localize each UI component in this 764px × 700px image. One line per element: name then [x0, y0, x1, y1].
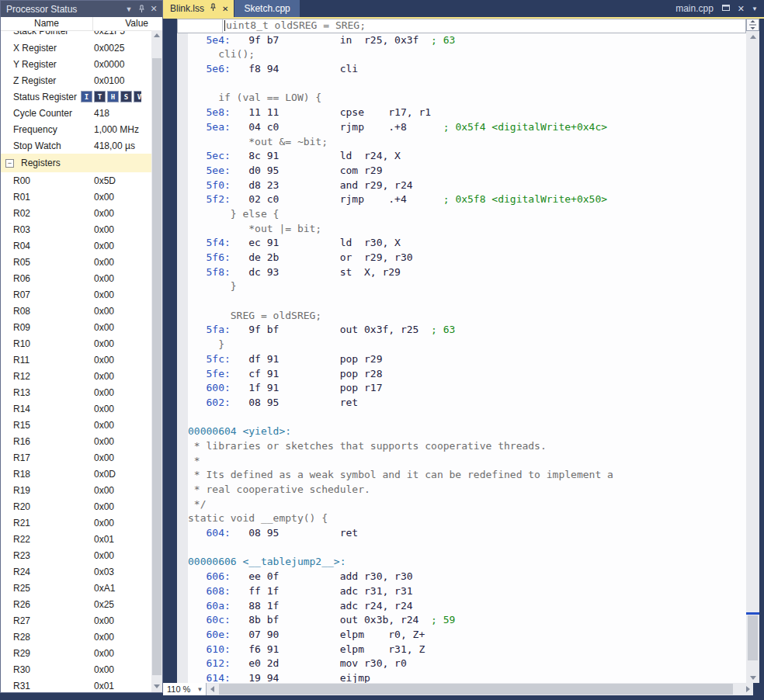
tab-list-chevron-icon[interactable]: ▼ — [752, 5, 758, 12]
tab-pin-icon[interactable] — [210, 3, 217, 14]
split-window-handle[interactable] — [746, 19, 759, 31]
code-line[interactable]: 60c: 8b bf out 0x3b, r24 ; 59 — [177, 613, 746, 628]
tab-close-icon[interactable]: ✕ — [222, 5, 228, 13]
tab-blink-lss[interactable]: Blink.lss ✕ — [163, 0, 234, 17]
code-line[interactable]: */ — [177, 497, 746, 512]
register-row[interactable]: R060x00 — [1, 270, 162, 286]
register-row[interactable]: R190x00 — [1, 482, 162, 498]
register-row[interactable]: R000x5D — [1, 172, 162, 189]
code-line[interactable] — [177, 77, 746, 92]
horizontal-scrollbar-thumb[interactable] — [219, 684, 733, 695]
status-register-row[interactable]: Status RegisterITHSV — [1, 88, 162, 105]
code-line[interactable]: 00000604 <yield>: — [177, 425, 746, 439]
scroll-up-icon[interactable] — [746, 35, 759, 39]
code-line[interactable] — [177, 411, 746, 425]
status-row[interactable]: Y Register0x0000 — [1, 56, 162, 72]
register-row[interactable]: R120x00 — [1, 368, 162, 384]
panel-scrollbar[interactable] — [151, 30, 162, 692]
scroll-up-icon[interactable] — [151, 33, 162, 37]
register-row[interactable]: R080x00 — [1, 303, 162, 319]
collapse-expander-icon[interactable]: − — [5, 159, 14, 168]
register-row[interactable]: R290x00 — [1, 645, 162, 661]
horizontal-scrollbar[interactable] — [217, 683, 742, 695]
code-line[interactable]: *out |= bit; — [177, 222, 746, 237]
code-line[interactable]: cli(); — [177, 47, 746, 62]
panel-titlebar[interactable]: Processor Status ▼ ✕ — [1, 1, 162, 17]
code-line[interactable]: * Its defined as a weak symbol and it ca… — [177, 468, 746, 483]
status-row[interactable]: Cycle Counter418 — [1, 105, 162, 121]
close-icon[interactable]: ✕ — [148, 3, 160, 15]
code-line[interactable]: *out &= ~bit; — [177, 135, 746, 150]
code-line[interactable]: static void __empty() { — [177, 511, 746, 526]
editor-scrollbar-thumb[interactable] — [748, 615, 758, 660]
pin-icon[interactable] — [135, 3, 148, 15]
code-line[interactable] — [177, 294, 746, 309]
code-line[interactable]: 614: 19 94 eijmp — [177, 671, 746, 683]
code-line[interactable]: 5e6: f8 94 cli — [177, 62, 746, 77]
scroll-down-icon[interactable] — [746, 676, 759, 680]
code-line[interactable]: if (val == LOW) { — [177, 91, 746, 106]
register-row[interactable]: R200x00 — [1, 498, 162, 515]
code-line[interactable]: 5e8: 11 11 cpse r17, r1 — [177, 106, 746, 120]
code-line[interactable]: * libraries or sketches that supports co… — [177, 439, 746, 454]
register-row[interactable]: R010x00 — [1, 189, 162, 205]
code-line[interactable]: 5ec: 8c 91 ld r24, X — [177, 149, 746, 164]
code-line[interactable]: 5f2: 02 c0 rjmp .+4 ; 0x5f8 <digitalWrit… — [177, 192, 746, 207]
code-line[interactable] — [177, 541, 746, 556]
register-row[interactable]: R260x25 — [1, 596, 162, 612]
tab-sketch-cpp[interactable]: Sketch.cpp — [234, 0, 299, 17]
register-row[interactable]: R070x00 — [1, 286, 162, 303]
code-line[interactable]: 60e: 07 90 elpm r0, Z+ — [177, 628, 746, 643]
code-line[interactable]: } — [177, 338, 746, 352]
value-column-header[interactable]: Value — [93, 17, 162, 30]
close-document-icon[interactable]: ✕ — [738, 4, 745, 14]
code-line[interactable]: 602: 08 95 ret — [177, 396, 746, 411]
code-line[interactable]: } else { — [177, 207, 746, 222]
code-line[interactable]: 604: 08 95 ret — [177, 526, 746, 541]
code-line[interactable]: * — [177, 454, 746, 469]
status-row[interactable]: Z Register0x0100 — [1, 72, 162, 88]
register-row[interactable]: R310x01 — [1, 677, 162, 692]
code-line[interactable]: 5fc: df 91 pop r29 — [177, 352, 746, 367]
register-row[interactable]: R100x00 — [1, 335, 162, 352]
register-row[interactable]: R280x00 — [1, 629, 162, 645]
code-line[interactable]: 5fa: 9f bf out 0x3f, r25 ; 63 — [177, 323, 746, 338]
register-row[interactable]: R130x00 — [1, 384, 162, 400]
code-line[interactable]: 00000606 <__tablejump2__>: — [177, 555, 746, 570]
register-row[interactable]: R150x00 — [1, 417, 162, 433]
register-row[interactable]: R140x00 — [1, 400, 162, 417]
panel-scrollbar-thumb[interactable] — [152, 58, 161, 675]
register-row[interactable]: R300x00 — [1, 661, 162, 677]
code-line[interactable]: 5f8: dc 93 st X, r29 — [177, 265, 746, 280]
register-row[interactable]: R040x00 — [1, 237, 162, 254]
code-line[interactable]: 5f4: ec 91 ld r30, X — [177, 236, 746, 251]
register-row[interactable]: R090x00 — [1, 319, 162, 335]
code-line[interactable]: 610: f6 91 elpm r31, Z — [177, 643, 746, 657]
code-line[interactable]: 608: ff 1f adc r31, r31 — [177, 584, 746, 599]
zoom-level-dropdown[interactable]: 110 % ▼ — [163, 683, 207, 695]
code-line[interactable]: 60a: 88 1f adc r24, r24 — [177, 599, 746, 614]
register-row[interactable]: R250xA1 — [1, 580, 162, 596]
register-row[interactable]: R030x00 — [1, 221, 162, 237]
register-row[interactable]: R110x00 — [1, 352, 162, 368]
scroll-left-icon[interactable] — [207, 686, 217, 692]
register-row[interactable]: R270x00 — [1, 612, 162, 629]
code-line[interactable]: 5f6: de 2b or r29, r30 — [177, 251, 746, 265]
status-row[interactable]: X Register0x0025 — [1, 40, 162, 56]
name-column-header[interactable]: Name — [1, 17, 93, 30]
register-row[interactable]: R160x00 — [1, 433, 162, 449]
scroll-down-icon[interactable] — [151, 684, 162, 688]
code-line[interactable]: * real cooperative scheduler. — [177, 483, 746, 497]
code-line[interactable]: 612: e0 2d mov r30, r0 — [177, 657, 746, 671]
register-row[interactable]: R050x00 — [1, 254, 162, 270]
code-line[interactable]: SREG = oldSREG; — [177, 309, 746, 324]
register-row[interactable]: R230x00 — [1, 547, 162, 563]
registers-group-row[interactable]: − Registers — [1, 154, 162, 172]
status-row[interactable]: Stop Watch418,00 µs — [1, 137, 162, 154]
window-menu-chevron-icon[interactable]: ▼ — [123, 3, 135, 15]
scroll-right-icon[interactable] — [742, 686, 753, 692]
disassembly-editor[interactable]: uint8_t oldSREG = SREG; 5e4: 9f b7 in r2… — [163, 19, 746, 683]
register-row[interactable]: R220x01 — [1, 531, 162, 547]
editor-vertical-scrollbar[interactable] — [746, 19, 759, 683]
code-line[interactable]: } — [177, 279, 746, 294]
